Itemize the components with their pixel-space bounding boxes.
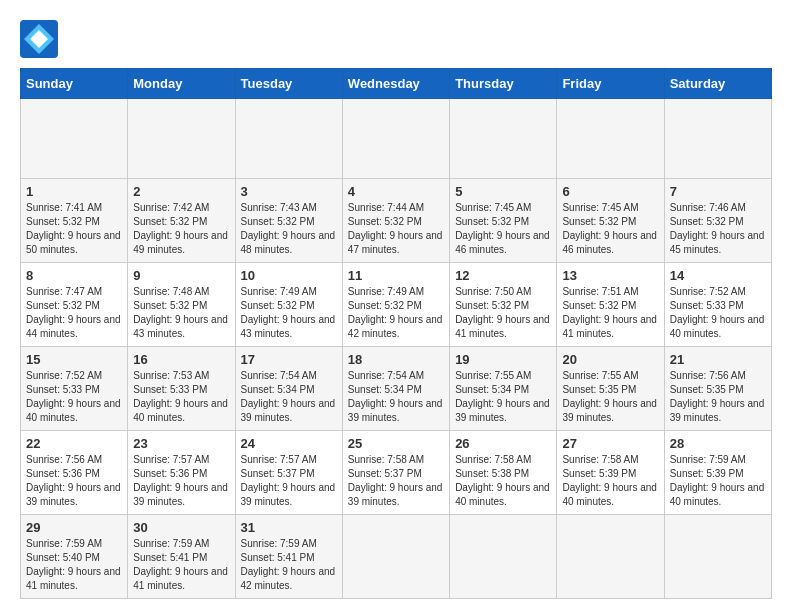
day-info: Sunrise: 7:49 AMSunset: 5:32 PMDaylight:…: [348, 286, 443, 339]
calendar-cell: 23 Sunrise: 7:57 AMSunset: 5:36 PMDaylig…: [128, 431, 235, 515]
weekday-header: Monday: [128, 69, 235, 99]
calendar-cell: [342, 515, 449, 599]
day-number: 19: [455, 352, 551, 367]
day-info: Sunrise: 7:55 AMSunset: 5:34 PMDaylight:…: [455, 370, 550, 423]
day-number: 30: [133, 520, 229, 535]
calendar-cell: [450, 515, 557, 599]
calendar-cell: 30 Sunrise: 7:59 AMSunset: 5:41 PMDaylig…: [128, 515, 235, 599]
day-number: 12: [455, 268, 551, 283]
calendar-cell: 9 Sunrise: 7:48 AMSunset: 5:32 PMDayligh…: [128, 263, 235, 347]
day-info: Sunrise: 7:51 AMSunset: 5:32 PMDaylight:…: [562, 286, 657, 339]
day-info: Sunrise: 7:57 AMSunset: 5:37 PMDaylight:…: [241, 454, 336, 507]
day-number: 25: [348, 436, 444, 451]
day-number: 13: [562, 268, 658, 283]
page-header: [20, 20, 772, 58]
calendar-cell: [450, 99, 557, 179]
day-number: 26: [455, 436, 551, 451]
calendar-cell: 8 Sunrise: 7:47 AMSunset: 5:32 PMDayligh…: [21, 263, 128, 347]
calendar-cell: 6 Sunrise: 7:45 AMSunset: 5:32 PMDayligh…: [557, 179, 664, 263]
day-number: 20: [562, 352, 658, 367]
calendar-cell: [664, 515, 771, 599]
day-number: 9: [133, 268, 229, 283]
calendar-week-row: [21, 99, 772, 179]
day-info: Sunrise: 7:58 AMSunset: 5:39 PMDaylight:…: [562, 454, 657, 507]
calendar-cell: [557, 515, 664, 599]
day-number: 11: [348, 268, 444, 283]
calendar-cell: [21, 99, 128, 179]
day-number: 29: [26, 520, 122, 535]
day-info: Sunrise: 7:59 AMSunset: 5:40 PMDaylight:…: [26, 538, 121, 591]
logo: [20, 20, 62, 58]
calendar-cell: 1 Sunrise: 7:41 AMSunset: 5:32 PMDayligh…: [21, 179, 128, 263]
day-number: 7: [670, 184, 766, 199]
calendar-cell: 26 Sunrise: 7:58 AMSunset: 5:38 PMDaylig…: [450, 431, 557, 515]
day-info: Sunrise: 7:44 AMSunset: 5:32 PMDaylight:…: [348, 202, 443, 255]
calendar-cell: 19 Sunrise: 7:55 AMSunset: 5:34 PMDaylig…: [450, 347, 557, 431]
weekday-header: Wednesday: [342, 69, 449, 99]
day-number: 15: [26, 352, 122, 367]
calendar-week-row: 29 Sunrise: 7:59 AMSunset: 5:40 PMDaylig…: [21, 515, 772, 599]
day-number: 21: [670, 352, 766, 367]
day-info: Sunrise: 7:41 AMSunset: 5:32 PMDaylight:…: [26, 202, 121, 255]
day-info: Sunrise: 7:46 AMSunset: 5:32 PMDaylight:…: [670, 202, 765, 255]
day-number: 1: [26, 184, 122, 199]
calendar-cell: [342, 99, 449, 179]
day-number: 23: [133, 436, 229, 451]
weekday-header: Sunday: [21, 69, 128, 99]
day-number: 22: [26, 436, 122, 451]
calendar-cell: [235, 99, 342, 179]
day-info: Sunrise: 7:47 AMSunset: 5:32 PMDaylight:…: [26, 286, 121, 339]
day-number: 5: [455, 184, 551, 199]
day-number: 18: [348, 352, 444, 367]
day-info: Sunrise: 7:58 AMSunset: 5:38 PMDaylight:…: [455, 454, 550, 507]
day-info: Sunrise: 7:48 AMSunset: 5:32 PMDaylight:…: [133, 286, 228, 339]
calendar-cell: 7 Sunrise: 7:46 AMSunset: 5:32 PMDayligh…: [664, 179, 771, 263]
day-number: 16: [133, 352, 229, 367]
day-info: Sunrise: 7:56 AMSunset: 5:35 PMDaylight:…: [670, 370, 765, 423]
day-number: 8: [26, 268, 122, 283]
calendar-cell: 15 Sunrise: 7:52 AMSunset: 5:33 PMDaylig…: [21, 347, 128, 431]
calendar-cell: 27 Sunrise: 7:58 AMSunset: 5:39 PMDaylig…: [557, 431, 664, 515]
calendar-cell: 28 Sunrise: 7:59 AMSunset: 5:39 PMDaylig…: [664, 431, 771, 515]
calendar-cell: 4 Sunrise: 7:44 AMSunset: 5:32 PMDayligh…: [342, 179, 449, 263]
calendar-cell: 16 Sunrise: 7:53 AMSunset: 5:33 PMDaylig…: [128, 347, 235, 431]
day-number: 24: [241, 436, 337, 451]
calendar-cell: 12 Sunrise: 7:50 AMSunset: 5:32 PMDaylig…: [450, 263, 557, 347]
calendar-cell: 3 Sunrise: 7:43 AMSunset: 5:32 PMDayligh…: [235, 179, 342, 263]
calendar-cell: 14 Sunrise: 7:52 AMSunset: 5:33 PMDaylig…: [664, 263, 771, 347]
calendar-cell: 18 Sunrise: 7:54 AMSunset: 5:34 PMDaylig…: [342, 347, 449, 431]
day-number: 28: [670, 436, 766, 451]
calendar-cell: [557, 99, 664, 179]
calendar-cell: [664, 99, 771, 179]
day-number: 17: [241, 352, 337, 367]
day-info: Sunrise: 7:58 AMSunset: 5:37 PMDaylight:…: [348, 454, 443, 507]
calendar-cell: 10 Sunrise: 7:49 AMSunset: 5:32 PMDaylig…: [235, 263, 342, 347]
calendar-cell: 17 Sunrise: 7:54 AMSunset: 5:34 PMDaylig…: [235, 347, 342, 431]
calendar-cell: 20 Sunrise: 7:55 AMSunset: 5:35 PMDaylig…: [557, 347, 664, 431]
calendar-cell: [128, 99, 235, 179]
weekday-header: Tuesday: [235, 69, 342, 99]
calendar-week-row: 22 Sunrise: 7:56 AMSunset: 5:36 PMDaylig…: [21, 431, 772, 515]
day-number: 3: [241, 184, 337, 199]
weekday-header-row: SundayMondayTuesdayWednesdayThursdayFrid…: [21, 69, 772, 99]
day-info: Sunrise: 7:49 AMSunset: 5:32 PMDaylight:…: [241, 286, 336, 339]
day-info: Sunrise: 7:50 AMSunset: 5:32 PMDaylight:…: [455, 286, 550, 339]
day-info: Sunrise: 7:52 AMSunset: 5:33 PMDaylight:…: [670, 286, 765, 339]
day-number: 6: [562, 184, 658, 199]
calendar-cell: 13 Sunrise: 7:51 AMSunset: 5:32 PMDaylig…: [557, 263, 664, 347]
day-info: Sunrise: 7:59 AMSunset: 5:39 PMDaylight:…: [670, 454, 765, 507]
day-info: Sunrise: 7:55 AMSunset: 5:35 PMDaylight:…: [562, 370, 657, 423]
day-number: 2: [133, 184, 229, 199]
calendar-cell: 31 Sunrise: 7:59 AMSunset: 5:41 PMDaylig…: [235, 515, 342, 599]
calendar-week-row: 8 Sunrise: 7:47 AMSunset: 5:32 PMDayligh…: [21, 263, 772, 347]
day-info: Sunrise: 7:45 AMSunset: 5:32 PMDaylight:…: [562, 202, 657, 255]
calendar-cell: 29 Sunrise: 7:59 AMSunset: 5:40 PMDaylig…: [21, 515, 128, 599]
weekday-header: Saturday: [664, 69, 771, 99]
calendar-cell: 21 Sunrise: 7:56 AMSunset: 5:35 PMDaylig…: [664, 347, 771, 431]
calendar-table: SundayMondayTuesdayWednesdayThursdayFrid…: [20, 68, 772, 599]
day-info: Sunrise: 7:59 AMSunset: 5:41 PMDaylight:…: [241, 538, 336, 591]
day-info: Sunrise: 7:43 AMSunset: 5:32 PMDaylight:…: [241, 202, 336, 255]
weekday-header: Thursday: [450, 69, 557, 99]
day-info: Sunrise: 7:56 AMSunset: 5:36 PMDaylight:…: [26, 454, 121, 507]
calendar-cell: 25 Sunrise: 7:58 AMSunset: 5:37 PMDaylig…: [342, 431, 449, 515]
